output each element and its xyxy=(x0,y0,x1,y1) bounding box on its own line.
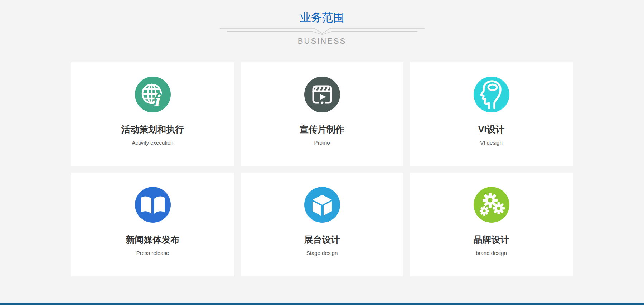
card-subtitle: brand design xyxy=(410,250,573,256)
open-book-icon xyxy=(135,187,171,223)
card-subtitle: Stage design xyxy=(241,250,403,256)
divider xyxy=(0,26,644,36)
card-title: 宣传片制作 xyxy=(241,124,403,135)
card-press-release[interactable]: 新闻媒体发布 Press release xyxy=(71,173,234,276)
card-subtitle: VI design xyxy=(410,140,573,146)
card-promo[interactable]: 宣传片制作 Promo xyxy=(241,62,403,166)
card-subtitle: Activity execution xyxy=(71,140,234,146)
head-idea-icon xyxy=(474,77,509,112)
footer-divider-bar xyxy=(0,303,644,305)
cube-icon xyxy=(304,187,340,223)
business-section: 业务范围 BUSINESS i xyxy=(0,0,644,276)
card-title: 品牌设计 xyxy=(410,234,573,246)
page-title: 业务范围 xyxy=(0,10,644,25)
card-activity-execution[interactable]: i 活动策划和执行 Activity execution xyxy=(71,62,234,166)
clapperboard-icon xyxy=(304,77,340,112)
globe-info-icon: i xyxy=(135,77,171,112)
card-vi-design[interactable]: VI设计 VI design xyxy=(410,62,573,166)
section-subtitle: BUSINESS xyxy=(0,37,644,46)
cards-grid: i 活动策划和执行 Activity execution xyxy=(71,62,573,276)
card-title: 活动策划和执行 xyxy=(71,124,234,135)
card-stage-design[interactable]: 展台设计 Stage design xyxy=(241,173,403,276)
card-brand-design[interactable]: 品牌设计 brand design xyxy=(410,173,573,276)
gears-icon xyxy=(474,187,509,223)
card-subtitle: Promo xyxy=(241,140,403,146)
card-title: 新闻媒体发布 xyxy=(71,234,234,246)
card-title: VI设计 xyxy=(410,124,573,135)
card-subtitle: Press release xyxy=(71,250,234,256)
card-title: 展台设计 xyxy=(241,234,403,246)
